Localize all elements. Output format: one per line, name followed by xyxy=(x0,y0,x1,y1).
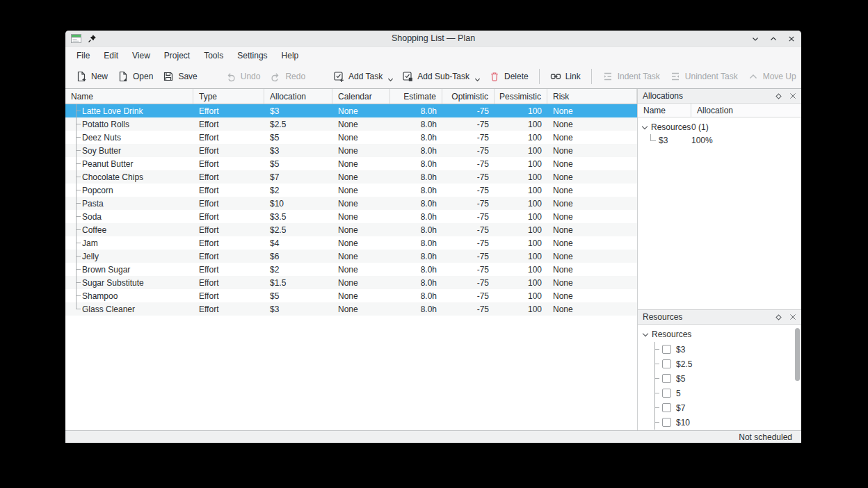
cell-pessimistic: 100 xyxy=(495,302,547,316)
tree-branch xyxy=(65,157,81,170)
column-header-type[interactable]: Type xyxy=(193,89,264,104)
column-header-optimistic[interactable]: Optimistic xyxy=(442,89,495,104)
link-button[interactable]: Link xyxy=(545,67,586,86)
table-row[interactable]: PopcornEffort$2None8.0h-75100None xyxy=(65,184,637,197)
resource-item[interactable]: $10 xyxy=(638,415,801,430)
cell-optimistic: -75 xyxy=(442,104,495,117)
new-button[interactable]: New xyxy=(71,67,113,86)
cell-optimistic: -75 xyxy=(442,170,495,184)
allocations-column-allocation[interactable]: Allocation xyxy=(691,104,739,117)
resource-checkbox[interactable] xyxy=(662,374,671,383)
allocations-panel-header[interactable]: Allocations xyxy=(638,89,801,104)
table-row[interactable]: ShampooEffort$5None8.0h-75100None xyxy=(65,289,637,302)
cell-name: Soda xyxy=(65,210,193,223)
resources-root-row[interactable]: Resources xyxy=(638,327,801,342)
resource-item[interactable]: $7 xyxy=(638,400,801,415)
resource-item[interactable]: $2.5 xyxy=(638,357,801,371)
resource-item[interactable]: $3 xyxy=(638,342,801,357)
open-button[interactable]: Open xyxy=(113,67,158,86)
float-panel-icon[interactable] xyxy=(775,92,782,100)
menu-edit[interactable]: Edit xyxy=(97,48,125,63)
column-header-allocation[interactable]: Allocation xyxy=(264,89,332,104)
minimize-button[interactable] xyxy=(751,35,760,43)
table-row[interactable]: Brown SugarEffort$2None8.0h-75100None xyxy=(65,263,637,276)
indent-task-button[interactable]: Indent Task xyxy=(597,67,665,86)
add-sub-task-button[interactable]: Add Sub-Task xyxy=(397,67,484,86)
menu-help[interactable]: Help xyxy=(275,48,306,63)
cell-optimistic: -75 xyxy=(442,276,495,289)
cell-calendar: None xyxy=(332,302,390,316)
allocations-child-row[interactable]: $3 100% xyxy=(638,133,801,147)
cell-allocation: $2.5 xyxy=(264,117,332,131)
resource-item[interactable]: $5 xyxy=(638,371,801,386)
cell-pessimistic: 100 xyxy=(495,210,547,223)
cell-type: Effort xyxy=(193,302,264,316)
add-sub-task-dropdown-icon[interactable] xyxy=(475,76,480,81)
unindent-task-icon xyxy=(670,71,681,82)
cell-estimate: 8.0h xyxy=(390,302,442,316)
column-header-risk[interactable]: Risk xyxy=(547,89,637,104)
add-task-button[interactable]: Add Task xyxy=(328,67,397,86)
cell-risk: None xyxy=(547,210,637,223)
float-panel-icon[interactable] xyxy=(775,314,782,321)
column-header-pessimistic[interactable]: Pessimistic xyxy=(495,89,547,104)
cell-estimate: 8.0h xyxy=(390,236,442,250)
cell-type: Effort xyxy=(193,223,264,236)
menu-settings[interactable]: Settings xyxy=(230,48,274,63)
add-task-dropdown-icon[interactable] xyxy=(388,76,393,81)
menu-tools[interactable]: Tools xyxy=(197,48,230,63)
column-header-calendar[interactable]: Calendar xyxy=(332,89,390,104)
cell-optimistic: -75 xyxy=(442,289,495,302)
cell-risk: None xyxy=(547,197,637,210)
table-row[interactable]: SodaEffort$3.5None8.0h-75100None xyxy=(65,210,637,223)
column-header-estimate[interactable]: Estimate xyxy=(390,89,442,104)
resource-checkbox[interactable] xyxy=(662,418,671,427)
allocations-column-name[interactable]: Name xyxy=(638,104,691,117)
table-row[interactable]: Glass CleanerEffort$3None8.0h-75100None xyxy=(65,302,637,316)
table-row[interactable]: CoffeeEffort$2.5None8.0h-75100None xyxy=(65,223,637,236)
table-row[interactable]: Sugar SubstituteEffort$1.5None8.0h-75100… xyxy=(65,276,637,289)
table-row[interactable]: Latte Love DrinkEffort$3None8.0h-75100No… xyxy=(65,104,637,117)
expander-icon[interactable] xyxy=(642,123,648,129)
maximize-button[interactable] xyxy=(769,35,778,43)
tree-branch xyxy=(65,289,81,302)
redo-button[interactable]: Redo xyxy=(265,67,310,86)
table-row[interactable]: Chocolate ChipsEffort$7None8.0h-75100Non… xyxy=(65,170,637,184)
undo-button[interactable]: Undo xyxy=(220,67,266,86)
table-row[interactable]: Soy ButterEffort$3None8.0h-75100None xyxy=(65,144,637,157)
table-header: Name Type Allocation Calendar Estimate O… xyxy=(65,89,637,104)
save-button[interactable]: Save xyxy=(158,67,202,86)
cell-pessimistic: 100 xyxy=(495,131,547,144)
table-row[interactable]: JellyEffort$6None8.0h-75100None xyxy=(65,250,637,263)
cell-calendar: None xyxy=(332,263,390,276)
close-panel-icon[interactable] xyxy=(789,92,796,99)
move-up-button[interactable]: Move Up xyxy=(743,67,801,86)
cell-estimate: 8.0h xyxy=(390,117,442,131)
scrollbar-thumb[interactable] xyxy=(795,328,800,381)
resource-checkbox[interactable] xyxy=(662,389,671,398)
allocations-resources-row[interactable]: Resources 0 (1) xyxy=(638,120,801,133)
delete-button[interactable]: Delete xyxy=(484,67,533,86)
unindent-task-button[interactable]: Unindent Task xyxy=(665,67,743,86)
titlebar[interactable]: Shopping List — Plan xyxy=(65,31,801,47)
table-row[interactable]: JamEffort$4None8.0h-75100None xyxy=(65,236,637,250)
resources-panel-header[interactable]: Resources xyxy=(638,310,801,325)
table-row[interactable]: Potatto RollsEffort$2.5None8.0h-75100Non… xyxy=(65,117,637,131)
menu-file[interactable]: File xyxy=(70,48,97,63)
cell-pessimistic: 100 xyxy=(495,117,547,131)
menu-view[interactable]: View xyxy=(125,48,157,63)
resource-checkbox[interactable] xyxy=(662,345,671,354)
cell-calendar: None xyxy=(332,104,390,117)
close-panel-icon[interactable] xyxy=(789,314,796,320)
resource-item[interactable]: 5 xyxy=(638,386,801,400)
column-header-name[interactable]: Name xyxy=(65,89,193,104)
resource-checkbox[interactable] xyxy=(662,403,671,412)
resource-checkbox[interactable] xyxy=(662,359,671,368)
close-button[interactable] xyxy=(787,35,796,43)
table-row[interactable]: Deez NutsEffort$5None8.0h-75100None xyxy=(65,131,637,144)
move-up-icon xyxy=(748,71,759,82)
expander-icon[interactable] xyxy=(643,331,648,336)
table-row[interactable]: PastaEffort$10None8.0h-75100None xyxy=(65,197,637,210)
table-row[interactable]: Peanut ButterEffort$5None8.0h-75100None xyxy=(65,157,637,170)
menu-project[interactable]: Project xyxy=(157,48,197,63)
